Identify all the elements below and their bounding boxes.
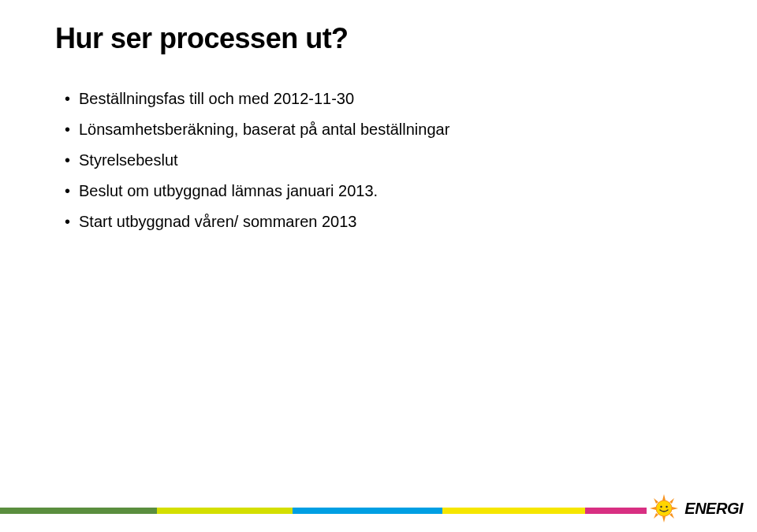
- bullet-list: Beställningsfas till och med 2012-11-30 …: [55, 90, 702, 231]
- list-item: Start utbyggnad våren/ sommaren 2013: [65, 213, 702, 231]
- color-bar: [0, 508, 647, 514]
- svg-point-1: [661, 506, 662, 508]
- list-item: Styrelsebeslut: [65, 151, 702, 169]
- list-item: Beställningsfas till och med 2012-11-30: [65, 90, 702, 108]
- color-segment: [442, 508, 585, 514]
- logo-text: ENERGI: [684, 500, 743, 518]
- color-segment: [585, 508, 647, 514]
- color-segment: [0, 508, 157, 514]
- list-item: Lönsamhetsberäkning, baserat på antal be…: [65, 121, 702, 139]
- slide-footer: ENERGI: [0, 488, 757, 532]
- svg-point-0: [656, 500, 672, 516]
- svg-point-2: [666, 506, 668, 508]
- list-item: Beslut om utbyggnad lämnas januari 2013.: [65, 182, 702, 200]
- page-title: Hur ser processen ut?: [55, 22, 702, 55]
- color-segment: [293, 508, 442, 514]
- color-segment: [157, 508, 293, 514]
- sun-icon: [648, 493, 680, 524]
- slide-content: Hur ser processen ut? Beställningsfas ti…: [0, 0, 757, 231]
- logo: ENERGI: [648, 493, 743, 524]
